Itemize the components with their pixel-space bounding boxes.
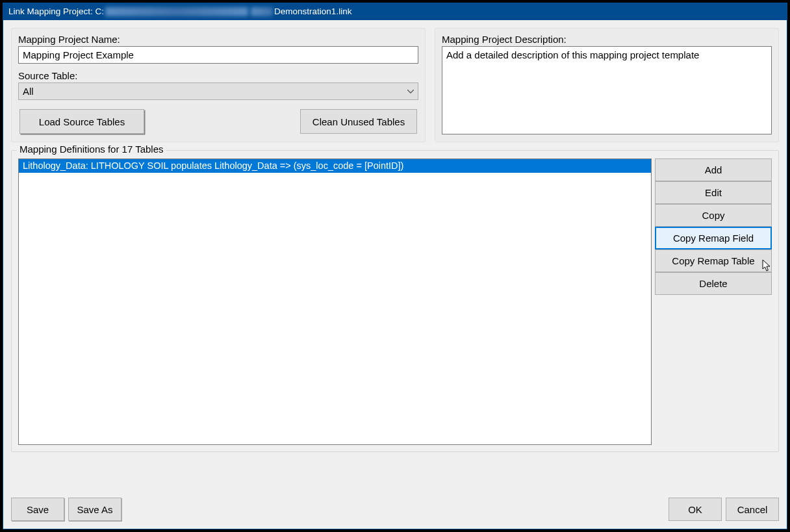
copy-remap-table-button[interactable]: Copy Remap Table — [655, 249, 772, 272]
copy-remap-field-button[interactable]: Copy Remap Field — [655, 227, 772, 249]
right-panel: Mapping Project Description: — [435, 28, 779, 142]
window-frame: Link Mapping Project: C:Demonstration1.l… — [3, 3, 787, 529]
left-panel-button-row: Load Source Tables Clean Unused Tables — [18, 109, 418, 134]
titlebar: Link Mapping Project: C:Demonstration1.l… — [3, 3, 787, 20]
mapping-desc-textarea[interactable] — [442, 46, 772, 134]
client-area: Mapping Project Name: Source Table: All … — [3, 20, 787, 529]
definitions-legend: Mapping Definitions for 17 Tables — [17, 144, 166, 155]
titlebar-redacted-path — [105, 7, 248, 16]
load-source-tables-button[interactable]: Load Source Tables — [19, 109, 144, 134]
source-table-selected-value: All — [23, 86, 34, 97]
add-button[interactable]: Add — [655, 158, 772, 181]
ok-button[interactable]: OK — [669, 498, 722, 521]
chevron-down-icon — [407, 90, 414, 94]
cancel-button[interactable]: Cancel — [726, 498, 779, 521]
source-table-label: Source Table: — [18, 70, 418, 81]
bottom-bar: Save Save As OK Cancel — [11, 498, 779, 521]
bottom-left-group: Save Save As — [11, 498, 121, 521]
definitions-wrap: Lithology_Data: LITHOLOGY SOIL populates… — [18, 158, 772, 445]
titlebar-suffix: Demonstration1.link — [274, 6, 351, 16]
edit-button[interactable]: Edit — [655, 181, 772, 204]
definitions-fieldset: Mapping Definitions for 17 Tables Lithol… — [11, 150, 779, 452]
top-row: Mapping Project Name: Source Table: All … — [11, 28, 779, 142]
save-as-button[interactable]: Save As — [68, 498, 121, 521]
source-table-select[interactable]: All — [18, 82, 418, 100]
definitions-button-column: Add Edit Copy Copy Remap Field Copy Rema… — [655, 158, 772, 445]
clean-unused-tables-button[interactable]: Clean Unused Tables — [300, 109, 417, 134]
mapping-desc-label: Mapping Project Description: — [442, 34, 772, 45]
mapping-name-input[interactable] — [18, 46, 418, 64]
definitions-listbox[interactable]: Lithology_Data: LITHOLOGY SOIL populates… — [18, 158, 652, 445]
left-panel: Mapping Project Name: Source Table: All … — [11, 28, 426, 142]
titlebar-redacted-path-2 — [251, 7, 273, 16]
delete-button[interactable]: Delete — [655, 272, 772, 295]
copy-button[interactable]: Copy — [655, 204, 772, 227]
save-button[interactable]: Save — [11, 498, 64, 521]
bottom-right-group: OK Cancel — [669, 498, 779, 521]
list-item[interactable]: Lithology_Data: LITHOLOGY SOIL populates… — [19, 159, 651, 173]
titlebar-prefix: Link Mapping Project: C: — [8, 6, 104, 16]
mapping-name-label: Mapping Project Name: — [18, 34, 418, 45]
